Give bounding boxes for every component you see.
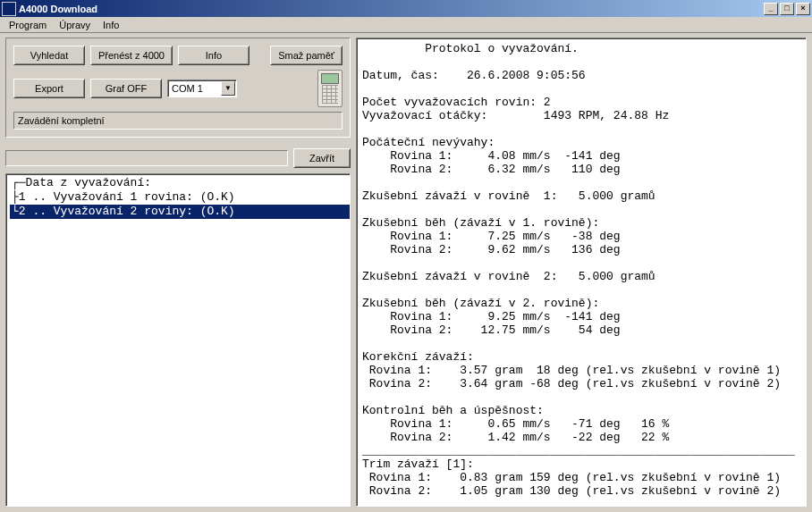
progress-bar (5, 150, 288, 166)
tree-item[interactable]: ├1 .. Vyvažování 1 rovina: (O.K) (10, 190, 350, 205)
com-port-value: COM 1 (172, 83, 203, 94)
menu-upravy[interactable]: Úpravy (54, 19, 96, 31)
tree-item[interactable]: ┌─Data z vyvažování: (10, 176, 350, 190)
menu-info[interactable]: Info (97, 19, 124, 31)
titlebar: A4000 Download _ □ × (0, 0, 812, 17)
device-icon (317, 70, 343, 107)
tree-view[interactable]: ┌─Data z vyvažování:├1 .. Vyvažování 1 r… (5, 173, 351, 507)
minimize-button[interactable]: _ (764, 3, 778, 15)
prenest-button[interactable]: Přenést z 4000 (90, 46, 173, 65)
menu-program[interactable]: Program (4, 19, 52, 31)
com-port-select[interactable]: COM 1 ▼ (167, 80, 237, 97)
window-title: A4000 Download (19, 4, 764, 14)
zavrit-button[interactable]: Zavřít (293, 148, 351, 168)
export-button[interactable]: Export (13, 79, 85, 98)
vyhledat-button[interactable]: Vyhledat (13, 46, 85, 65)
app-icon (2, 2, 16, 16)
menubar: Program Úpravy Info (0, 17, 812, 33)
maximize-button[interactable]: □ (780, 3, 794, 15)
info-button[interactable]: Info (178, 46, 250, 65)
report-view[interactable]: Protokol o vyvažování. Datum, čas: 26.6.… (356, 38, 807, 507)
tree-item[interactable]: └2 .. Vyvažování 2 roviny: (O.K) (10, 205, 350, 219)
graf-button[interactable]: Graf OFF (90, 79, 162, 98)
chevron-down-icon: ▼ (221, 81, 235, 96)
smaz-button[interactable]: Smaž paměť (270, 46, 343, 65)
control-panel: Vyhledat Přenést z 4000 Info Smaž paměť … (5, 38, 351, 138)
close-button[interactable]: × (796, 3, 810, 15)
status-field: Zavádění kompletní (13, 112, 343, 130)
